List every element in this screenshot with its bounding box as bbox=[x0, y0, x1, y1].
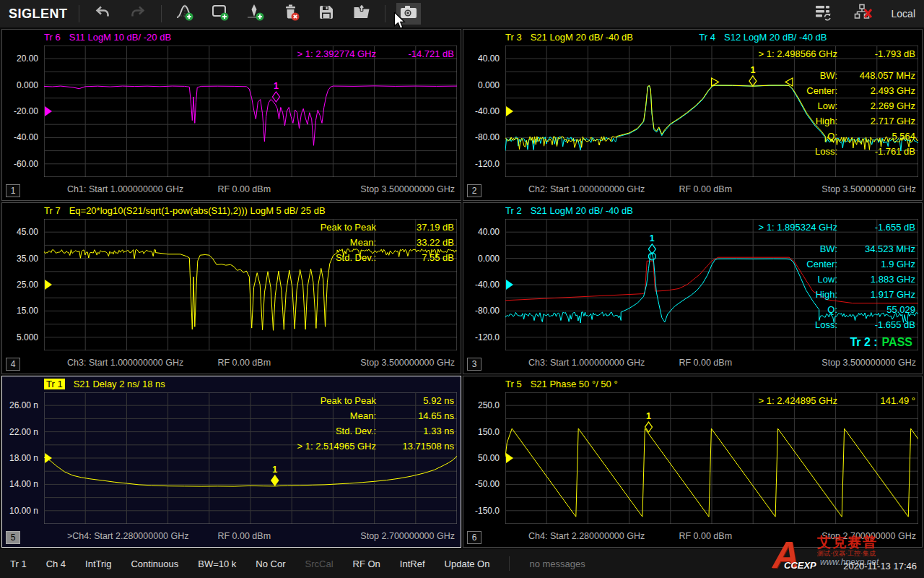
local-label[interactable]: Local bbox=[892, 8, 915, 20]
panel-6[interactable]: Tr 5S21 Phase 50 °/ 50 ° 250.0150.050.00… bbox=[463, 376, 923, 548]
status-item-update-on[interactable]: Update On bbox=[445, 558, 490, 569]
recall-button[interactable] bbox=[349, 3, 374, 25]
y-axis-label: -40.00 bbox=[475, 106, 500, 116]
plot-area[interactable]: 1> 1: 1.895324 GHz-1.655 dBBW:34.523 MHz… bbox=[505, 219, 918, 350]
status-item-intref[interactable]: IntRef bbox=[400, 558, 425, 569]
channel-footer: 4 Ch3: Start 1.000000000 GHz RF 0.00 dBm… bbox=[2, 358, 461, 371]
trace-title[interactable]: Tr 3S21 LogM 20 dB/ -40 dB bbox=[505, 32, 699, 43]
y-axis-labels: 40.000.000-40.00-80.00-120.0 bbox=[463, 219, 502, 350]
y-axis-label: -60.00 bbox=[14, 159, 38, 169]
y-axis-label: -120.0 bbox=[475, 332, 500, 342]
trace-name[interactable]: Tr 2 bbox=[505, 205, 522, 216]
status-item-srccal[interactable]: SrcCal bbox=[305, 558, 334, 569]
system-status-button[interactable] bbox=[811, 3, 835, 25]
trace-title[interactable]: Tr 6S11 LogM 10 dB/ -20 dB bbox=[44, 32, 171, 43]
status-item-no-cor[interactable]: No Cor bbox=[256, 558, 285, 569]
plot-area[interactable]: 1Peak to Peak5.92 nsMean:14.65 nsStd. De… bbox=[44, 392, 457, 524]
add-window-button[interactable] bbox=[208, 3, 232, 25]
display-area: Tr 6S11 LogM 10 dB/ -20 dB 20.000.000-20… bbox=[0, 27, 924, 549]
trace-title[interactable]: Tr 7Eq=20*log10(S21/sqrt(1-pow(abs(S11),… bbox=[44, 205, 326, 216]
trace-title[interactable]: Tr 4S12 LogM 20 dB/ -40 dB bbox=[699, 32, 827, 43]
y-axis-label: 22.00 n bbox=[9, 427, 38, 437]
trace-name[interactable]: Tr 3 bbox=[505, 32, 522, 43]
reference-level-arrow bbox=[45, 106, 52, 116]
reference-level-arrow bbox=[506, 453, 513, 463]
save-button[interactable] bbox=[314, 3, 339, 25]
marker-number-label: 1 bbox=[650, 233, 655, 243]
plot-area[interactable]: 1> 1: 2.424895 GHz141.49 ° bbox=[505, 392, 918, 524]
panel-number[interactable]: 4 bbox=[6, 358, 20, 371]
trace-format: S21 Delay 2 ns/ 18 ns bbox=[74, 379, 165, 389]
readout-row: Q:55.029 bbox=[759, 302, 916, 317]
stop-frequency: Stop 3.500000000 GHz bbox=[821, 358, 916, 368]
undo-button[interactable] bbox=[90, 3, 115, 25]
toolbar-separator bbox=[161, 5, 162, 22]
trace-titles[interactable]: Tr 5S21 Phase 50 °/ 50 ° bbox=[505, 379, 918, 389]
panel-2[interactable]: Tr 3S21 LogM 20 dB/ -40 dBTr 4S12 LogM 2… bbox=[463, 29, 923, 201]
panel-number[interactable]: 5 bbox=[6, 531, 20, 544]
trace-name[interactable]: Tr 5 bbox=[505, 379, 522, 389]
y-axis-labels: 20.000.000-20.00-40.00-60.00 bbox=[2, 46, 41, 177]
trace-name[interactable]: Tr 6 bbox=[44, 32, 61, 43]
stop-frequency: Stop 3.500000000 GHz bbox=[821, 184, 916, 194]
panel-number[interactable]: 6 bbox=[467, 531, 481, 544]
rf-power: RF 0.00 dBm bbox=[217, 184, 271, 194]
start-frequency: Ch1: Start 1.000000000 GHz bbox=[67, 184, 183, 194]
y-axis-label: 35.00 bbox=[17, 254, 38, 264]
y-axis-label: 0.000 bbox=[478, 254, 500, 264]
trace-titles[interactable]: Tr 2S21 LogM 20 dB/ -40 dB bbox=[505, 205, 918, 216]
channel-footer: 2 Ch2: Start 1.000000000 GHz RF 0.00 dBm… bbox=[463, 184, 922, 197]
trace-titles[interactable]: Tr 7Eq=20*log10(S21/sqrt(1-pow(abs(S11),… bbox=[44, 205, 456, 216]
reference-level-arrow bbox=[45, 280, 52, 290]
readout-row: Peak to Peak37.19 dB bbox=[321, 220, 454, 235]
marker-readouts: > 1: 2.392774 GHz-14.721 dB bbox=[297, 46, 455, 61]
status-item-tr-1[interactable]: Tr 1 bbox=[10, 558, 27, 569]
toolbar-separator bbox=[79, 5, 79, 22]
trace-titles[interactable]: Tr 6S11 LogM 10 dB/ -20 dB bbox=[44, 32, 456, 43]
panel-5-active[interactable]: Tr 1S21 Delay 2 ns/ 18 ns 26.00 n22.00 n… bbox=[1, 376, 461, 548]
y-axis-label: -80.00 bbox=[475, 132, 500, 142]
y-axis-label: 10.00 n bbox=[9, 506, 38, 516]
trace-format: S12 LogM 20 dB/ -40 dB bbox=[724, 32, 827, 43]
panel-number[interactable]: 2 bbox=[467, 184, 481, 197]
panel-number[interactable]: 3 bbox=[467, 358, 481, 371]
plot-area[interactable]: 1> 1: 2.392774 GHz-14.721 dB bbox=[44, 46, 457, 177]
mouse-cursor bbox=[393, 12, 406, 33]
redo-button[interactable] bbox=[126, 3, 150, 25]
add-trace-button[interactable] bbox=[173, 3, 197, 25]
toolbar-separator bbox=[385, 5, 385, 22]
status-item-continuous[interactable]: Continuous bbox=[131, 558, 178, 569]
status-item-inttrig[interactable]: IntTrig bbox=[85, 558, 111, 569]
trace-name[interactable]: Tr 4 bbox=[699, 32, 715, 43]
readout-row: High:1.917 GHz bbox=[759, 287, 916, 302]
y-axis-label: 40.00 bbox=[478, 227, 500, 237]
trace-name[interactable]: Tr 1 bbox=[44, 379, 65, 389]
status-item-bw-10-k[interactable]: BW=10 k bbox=[198, 558, 236, 569]
trace-title[interactable]: Tr 5S21 Phase 50 °/ 50 ° bbox=[505, 379, 618, 389]
stop-frequency: Stop 2.700000000 GHz bbox=[821, 531, 916, 541]
readout-row: Peak to Peak5.92 ns bbox=[297, 393, 455, 408]
readout-row: Center:2.493 GHz bbox=[759, 83, 916, 98]
panel-3[interactable]: Tr 2S21 LogM 20 dB/ -40 dB 40.000.000-40… bbox=[463, 202, 923, 374]
trace-titles[interactable]: Tr 3S21 LogM 20 dB/ -40 dBTr 4S12 LogM 2… bbox=[505, 32, 918, 43]
lan-status-button[interactable] bbox=[851, 3, 876, 25]
y-axis-label: 5.000 bbox=[17, 332, 38, 342]
readout-row: Q:5.564 bbox=[759, 129, 916, 144]
status-item-ch-4[interactable]: Ch 4 bbox=[46, 558, 66, 569]
trace-name[interactable]: Tr 7 bbox=[44, 205, 61, 216]
trace-title[interactable]: Tr 1S21 Delay 2 ns/ 18 ns bbox=[44, 379, 165, 389]
message-area: no messages bbox=[529, 558, 585, 569]
panel-1[interactable]: Tr 6S11 LogM 10 dB/ -20 dB 20.000.000-20… bbox=[1, 29, 461, 201]
panel-number[interactable]: 1 bbox=[6, 184, 20, 197]
add-marker-button[interactable] bbox=[243, 3, 268, 25]
plot-area[interactable]: 1> 1: 2.498566 GHz-1.793 dBBW:448.057 MH… bbox=[505, 46, 918, 177]
readout-row: Mean:14.65 ns bbox=[297, 408, 455, 423]
plot-area[interactable]: Peak to Peak37.19 dBMean:33.22 dBStd. De… bbox=[44, 219, 457, 350]
panel-4[interactable]: Tr 7Eq=20*log10(S21/sqrt(1-pow(abs(S11),… bbox=[1, 202, 461, 374]
delete-button[interactable] bbox=[279, 3, 303, 25]
datetime-label: 2020-11-13 17:46 bbox=[843, 561, 917, 571]
trace-title[interactable]: Tr 2S21 LogM 20 dB/ -40 dB bbox=[505, 205, 633, 216]
trace-titles[interactable]: Tr 1S21 Delay 2 ns/ 18 ns bbox=[44, 379, 456, 389]
status-item-rf-on[interactable]: RF On bbox=[353, 558, 380, 569]
redo-icon bbox=[129, 4, 147, 24]
